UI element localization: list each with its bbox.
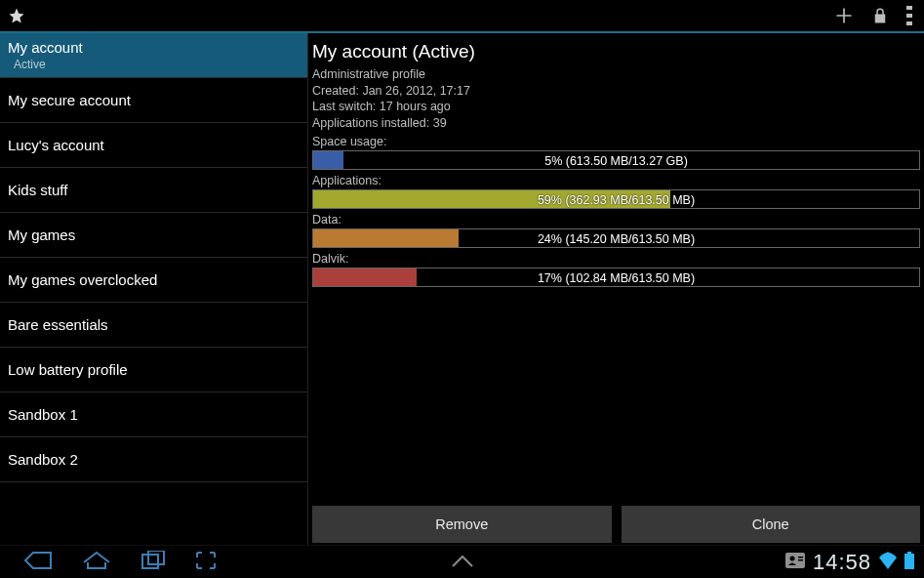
home-icon[interactable] xyxy=(82,551,111,574)
recent-apps-icon[interactable] xyxy=(141,551,166,574)
remove-button[interactable]: Remove xyxy=(312,506,612,543)
meta-last-switch: Last switch: 17 hours ago xyxy=(312,99,920,115)
clone-button[interactable]: Clone xyxy=(622,506,921,543)
svg-rect-9 xyxy=(907,552,911,554)
sidebar-item-label: Bare essentials xyxy=(8,316,307,333)
svg-rect-4 xyxy=(148,551,164,564)
dalvik-text: 17% (102.84 MB/613.50 MB) xyxy=(313,268,919,288)
svg-rect-3 xyxy=(142,555,158,568)
sidebar-item-sandbox-2[interactable]: Sandbox 2 xyxy=(0,437,307,482)
svg-rect-2 xyxy=(906,21,912,25)
sidebar-item-my-secure-account[interactable]: My secure account xyxy=(0,78,307,123)
wifi-icon xyxy=(879,552,897,573)
sidebar-item-label: Kids stuff xyxy=(8,182,307,198)
sidebar-item-my-games-overclocked[interactable]: My games overclocked xyxy=(0,258,307,303)
meta-apps-installed: Applications installed: 39 xyxy=(312,115,920,132)
contact-card-icon[interactable] xyxy=(785,553,805,572)
page-title: My account (Active) xyxy=(312,41,920,62)
sidebar-item-label: My games overclocked xyxy=(8,271,307,288)
overflow-menu-icon[interactable] xyxy=(906,6,912,25)
sidebar-item-low-battery-profile[interactable]: Low battery profile xyxy=(0,348,307,392)
clock[interactable]: 14:58 xyxy=(813,550,871,575)
svg-rect-0 xyxy=(906,6,912,10)
svg-rect-8 xyxy=(798,559,803,561)
sidebar-item-sub: Active xyxy=(14,58,307,71)
sidebar-item-lucys-account[interactable]: Lucy's account xyxy=(0,123,307,168)
screenshot-icon[interactable] xyxy=(195,551,217,574)
sidebar-item-my-account[interactable]: My account Active xyxy=(0,33,307,78)
sidebar-item-label: My games xyxy=(8,227,307,243)
sidebar-item-label: My account xyxy=(8,39,307,56)
sidebar-item-bare-essentials[interactable]: Bare essentials xyxy=(0,303,307,348)
battery-icon xyxy=(904,552,914,573)
lock-icon[interactable] xyxy=(871,7,889,24)
svg-rect-10 xyxy=(904,554,914,569)
back-icon[interactable] xyxy=(23,551,53,574)
svg-rect-1 xyxy=(906,14,912,18)
dalvik-label: Dalvik: xyxy=(312,251,920,268)
chevron-up-icon[interactable] xyxy=(451,555,474,571)
space-usage-bar: 5% (613.50 MB/13.27 GB) xyxy=(312,150,920,170)
sidebar-item-label: My secure account xyxy=(8,92,307,108)
sidebar-item-my-games[interactable]: My games xyxy=(0,213,307,258)
sidebar-item-label: Sandbox 1 xyxy=(8,406,307,423)
meta-created: Created: Jan 26, 2012, 17:17 xyxy=(312,83,920,100)
sidebar-item-kids-stuff[interactable]: Kids stuff xyxy=(0,168,307,213)
content-area: My account (Active) Administrative profi… xyxy=(308,33,924,545)
applications-text: 59% (362.93 MB/613.50 MB) xyxy=(313,190,919,210)
sidebar[interactable]: My account Active My secure account Lucy… xyxy=(0,33,308,545)
svg-rect-7 xyxy=(798,557,803,558)
space-usage-text: 5% (613.50 MB/13.27 GB) xyxy=(313,151,919,171)
meta-profile-type: Administrative profile xyxy=(312,66,920,83)
sidebar-item-label: Low battery profile xyxy=(8,361,307,378)
data-label: Data: xyxy=(312,212,920,228)
action-bar xyxy=(0,0,924,33)
sidebar-item-sandbox-1[interactable]: Sandbox 1 xyxy=(0,392,307,437)
dalvik-bar: 17% (102.84 MB/613.50 MB) xyxy=(312,268,920,287)
add-icon[interactable] xyxy=(834,6,854,25)
star-icon[interactable] xyxy=(8,7,25,24)
data-bar: 24% (145.20 MB/613.50 MB) xyxy=(312,228,920,248)
data-text: 24% (145.20 MB/613.50 MB) xyxy=(313,229,919,249)
sidebar-item-label: Lucy's account xyxy=(8,137,307,153)
applications-bar: 59% (362.93 MB/613.50 MB) xyxy=(312,189,920,209)
sidebar-item-label: Sandbox 2 xyxy=(8,451,307,468)
space-usage-label: Space usage: xyxy=(312,134,920,150)
applications-label: Applications: xyxy=(312,173,920,189)
svg-point-6 xyxy=(789,556,794,560)
system-nav-bar: 14:58 xyxy=(0,545,924,578)
